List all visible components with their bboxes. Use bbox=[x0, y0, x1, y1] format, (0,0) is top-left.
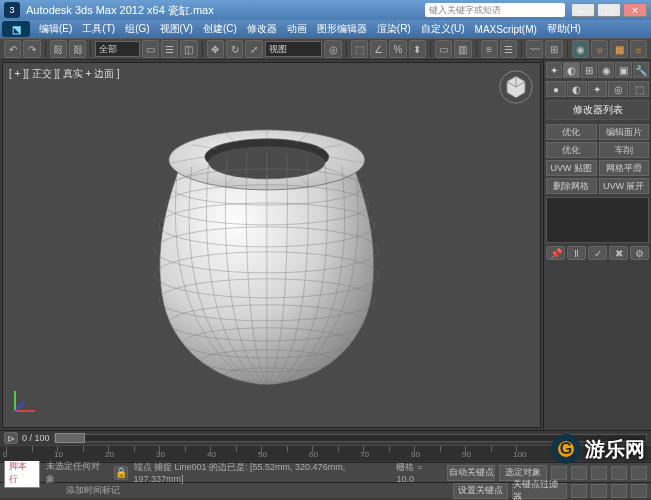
pin-stack-icon[interactable]: 📌 bbox=[546, 246, 565, 260]
mod-btn-1a[interactable]: 优化 bbox=[546, 124, 597, 140]
sub-tab-3[interactable]: ✦ bbox=[588, 81, 608, 97]
mod-btn-4b[interactable]: UVW 展开 bbox=[599, 178, 650, 194]
keyfilter-button[interactable]: 关键点过滤器 bbox=[512, 483, 567, 499]
setkey-button[interactable]: 设置关键点 bbox=[453, 483, 508, 499]
layers-button[interactable]: ☰ bbox=[500, 40, 517, 58]
axis-gizmo bbox=[11, 385, 41, 415]
application-button[interactable]: ⬔ bbox=[2, 21, 30, 37]
mod-btn-2b[interactable]: 车削 bbox=[599, 142, 650, 158]
menu-animation[interactable]: 动画 bbox=[282, 22, 312, 36]
viewcube[interactable] bbox=[498, 69, 534, 105]
mod-btn-2a[interactable]: 优化 bbox=[546, 142, 597, 158]
menu-maxscript[interactable]: MAXScript(M) bbox=[470, 24, 542, 35]
utilities-tab[interactable]: 🔧 bbox=[633, 62, 649, 78]
mod-btn-3b[interactable]: 网格平滑 bbox=[599, 160, 650, 176]
time-config-icon[interactable]: ⊳ bbox=[4, 432, 18, 444]
watermark-logo: G bbox=[551, 434, 581, 464]
mirror-button[interactable]: ▥ bbox=[454, 40, 471, 58]
addtime-label[interactable]: 添加时间标记 bbox=[66, 484, 120, 497]
mod-btn-1b[interactable]: 编辑面片 bbox=[599, 124, 650, 140]
schematic-button[interactable]: ⊞ bbox=[545, 40, 562, 58]
angle-snap-button[interactable]: ∠ bbox=[370, 40, 387, 58]
menu-tools[interactable]: 工具(T) bbox=[77, 22, 120, 36]
script-listener[interactable]: 脚本行 bbox=[4, 458, 40, 488]
help-search[interactable]: 键入关键字或短语 bbox=[425, 3, 565, 17]
unlink-button[interactable]: ⛓ bbox=[69, 40, 86, 58]
material-editor-button[interactable]: ◉ bbox=[572, 40, 589, 58]
window-title: Autodesk 3ds Max 2012 x64 瓷缸.max bbox=[26, 3, 425, 18]
menu-create[interactable]: 创建(C) bbox=[198, 22, 242, 36]
menu-customize[interactable]: 自定义(U) bbox=[416, 22, 470, 36]
nav-pan-button[interactable] bbox=[571, 484, 587, 498]
menu-rendering[interactable]: 渲染(R) bbox=[372, 22, 416, 36]
modifier-stack[interactable] bbox=[546, 197, 649, 243]
watermark: G 游乐网 bbox=[551, 434, 645, 464]
select-button[interactable]: ▭ bbox=[142, 40, 159, 58]
time-slider-thumb[interactable] bbox=[55, 433, 85, 443]
svg-line-32 bbox=[15, 401, 25, 411]
snap-button[interactable]: ⬚ bbox=[351, 40, 368, 58]
hierarchy-tab[interactable]: ⊞ bbox=[581, 62, 597, 78]
select-region-button[interactable]: ◫ bbox=[180, 40, 197, 58]
play-end-button[interactable] bbox=[631, 466, 647, 480]
mod-btn-3a[interactable]: UVW 贴图 bbox=[546, 160, 597, 176]
render-setup-button[interactable]: ☼ bbox=[591, 40, 608, 58]
mod-btn-4a[interactable]: 删除网格 bbox=[546, 178, 597, 194]
remove-mod-icon[interactable]: ✖ bbox=[609, 246, 628, 260]
selection-filter[interactable]: 全部 bbox=[95, 41, 139, 57]
menu-group[interactable]: 组(G) bbox=[120, 22, 154, 36]
frame-display: 0 / 100 bbox=[22, 433, 50, 443]
pivot-button[interactable]: ◎ bbox=[324, 40, 341, 58]
play-prev-button[interactable] bbox=[571, 466, 587, 480]
link-button[interactable]: ⛓ bbox=[50, 40, 67, 58]
select-name-button[interactable]: ☰ bbox=[161, 40, 178, 58]
sub-tab-4[interactable]: ◎ bbox=[608, 81, 628, 97]
sub-tab-1[interactable]: ● bbox=[546, 81, 566, 97]
nav-zoom-button[interactable] bbox=[591, 484, 607, 498]
show-result-icon[interactable]: Ⅱ bbox=[567, 246, 586, 260]
app-icon: 3 bbox=[4, 2, 20, 18]
scale-button[interactable]: ⤢ bbox=[245, 40, 262, 58]
redo-button[interactable]: ↷ bbox=[23, 40, 40, 58]
menu-edit[interactable]: 编辑(E) bbox=[34, 22, 77, 36]
motion-tab[interactable]: ◉ bbox=[598, 62, 614, 78]
render-button[interactable]: ☼ bbox=[630, 40, 647, 58]
lock-icon[interactable]: 🔒 bbox=[114, 466, 128, 480]
maximize-button[interactable]: □ bbox=[597, 3, 621, 17]
autokey-button[interactable]: 自动关键点 bbox=[447, 465, 495, 481]
undo-button[interactable]: ↶ bbox=[4, 40, 21, 58]
percent-snap-button[interactable]: % bbox=[389, 40, 406, 58]
menu-grapheditors[interactable]: 图形编辑器 bbox=[312, 22, 372, 36]
align-button[interactable]: ≡ bbox=[481, 40, 498, 58]
close-button[interactable]: × bbox=[623, 3, 647, 17]
selection-status: 未选定任何对象 bbox=[46, 460, 107, 486]
watermark-text: 游乐网 bbox=[585, 436, 645, 463]
rotate-button[interactable]: ↻ bbox=[226, 40, 243, 58]
modify-tab[interactable]: ◐ bbox=[563, 62, 579, 78]
modifier-list-label[interactable]: 修改器列表 bbox=[546, 100, 649, 120]
menu-modifiers[interactable]: 修改器 bbox=[242, 22, 282, 36]
grid-display: 栅格 = 10.0 bbox=[396, 461, 441, 484]
coord-system[interactable]: 视图 bbox=[265, 41, 323, 57]
sub-tab-2[interactable]: ◐ bbox=[567, 81, 587, 97]
play-next-button[interactable] bbox=[611, 466, 627, 480]
render-frame-button[interactable]: ▦ bbox=[610, 40, 627, 58]
configure-icon[interactable]: ⚙ bbox=[630, 246, 649, 260]
pot-object[interactable] bbox=[136, 105, 396, 397]
play-button[interactable] bbox=[591, 466, 607, 480]
display-tab[interactable]: ▣ bbox=[615, 62, 631, 78]
nav-orbit-button[interactable] bbox=[611, 484, 627, 498]
viewport-label[interactable]: [ + ][ 正交 ][ 真实 + 边面 ] bbox=[9, 67, 120, 81]
create-tab[interactable]: ✦ bbox=[546, 62, 562, 78]
menu-help[interactable]: 帮助(H) bbox=[542, 22, 586, 36]
spinner-snap-button[interactable]: ⬍ bbox=[409, 40, 426, 58]
move-button[interactable]: ✥ bbox=[207, 40, 224, 58]
named-selection-button[interactable]: ▭ bbox=[435, 40, 452, 58]
menu-view[interactable]: 视图(V) bbox=[155, 22, 198, 36]
nav-max-button[interactable] bbox=[631, 484, 647, 498]
curve-editor-button[interactable]: 〰 bbox=[526, 40, 543, 58]
viewport[interactable]: [ + ][ 正交 ][ 真实 + 边面 ] bbox=[2, 62, 541, 428]
make-unique-icon[interactable]: ✓ bbox=[588, 246, 607, 260]
minimize-button[interactable]: — bbox=[571, 3, 595, 17]
sub-tab-5[interactable]: ⬚ bbox=[629, 81, 649, 97]
